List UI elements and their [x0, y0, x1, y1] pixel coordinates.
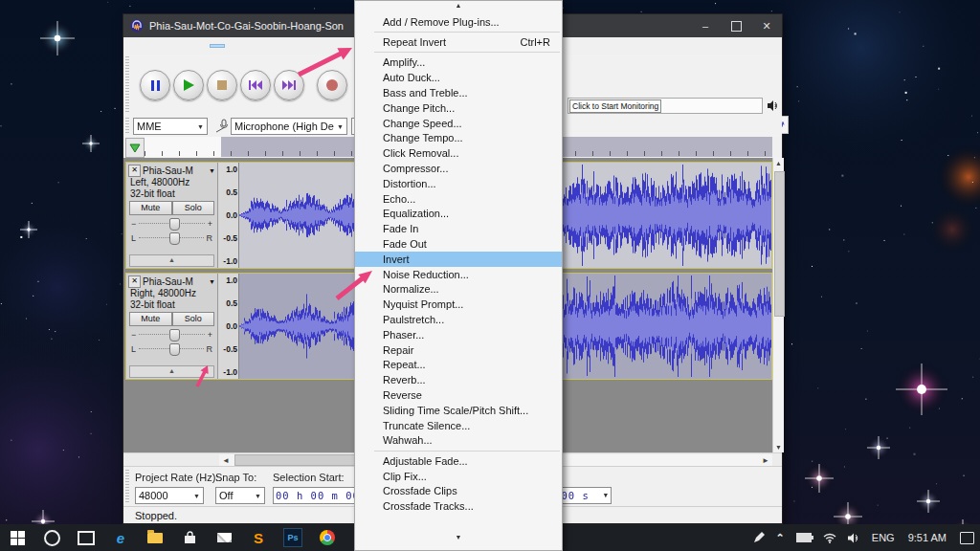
effect-menu-item[interactable]: Phaser...: [355, 327, 562, 342]
track-close-button[interactable]: ✕: [128, 165, 141, 177]
effect-menu-item[interactable]: Equalization...: [355, 207, 562, 222]
effect-menu-item[interactable]: Clip Fix...: [355, 469, 562, 484]
effect-menu-item[interactable]: Echo...: [355, 191, 562, 207]
effect-menu-item[interactable]: Compressor...: [355, 161, 562, 176]
maximize-button[interactable]: [721, 14, 751, 37]
vertical-scale-ruler[interactable]: 1.0 0.5 0.0 -0.5 -1.0: [218, 163, 239, 268]
play-button[interactable]: [173, 70, 204, 100]
pen-tray-icon[interactable]: [747, 524, 770, 551]
effect-menu-item[interactable]: Invert: [355, 252, 562, 267]
effect-menu-item[interactable]: Amplify...: [355, 55, 562, 71]
photoshop-button[interactable]: Ps: [276, 524, 310, 551]
solo-button[interactable]: Solo: [172, 312, 215, 326]
solo-button[interactable]: Solo: [172, 201, 215, 215]
skip-to-start-button[interactable]: [240, 70, 271, 100]
track-close-button[interactable]: ✕: [128, 276, 141, 288]
scroll-up-arrow[interactable]: ▲: [773, 160, 784, 166]
track-collapse-button[interactable]: ▲: [129, 254, 214, 267]
chrome-button[interactable]: [310, 524, 345, 551]
snap-to-select[interactable]: Off▼: [215, 487, 265, 504]
effect-menu-item[interactable]: Sliding Time Scale/Pitch Shift...: [355, 403, 562, 418]
start-button[interactable]: [0, 524, 34, 551]
gain-slider[interactable]: [139, 223, 204, 224]
effect-menu-item[interactable]: Fade In: [355, 221, 562, 236]
effect-menu-item[interactable]: Wahwah...: [355, 433, 562, 449]
stop-button[interactable]: [207, 70, 237, 100]
menu-item[interactable]: [167, 45, 181, 47]
gain-slider-thumb[interactable]: [169, 329, 180, 342]
effect-menu-item[interactable]: Fade Out: [355, 236, 562, 252]
track-control-panel[interactable]: ✕ Phia-Sau-M ▼ Left, 48000Hz 32-bit floa…: [126, 163, 218, 268]
gain-slider[interactable]: [139, 334, 204, 335]
timeline-options-button[interactable]: [125, 138, 145, 158]
effect-menu-item[interactable]: Adjustable Fade...: [355, 453, 562, 469]
effect-menu-item[interactable]: Crossfade Clips: [355, 483, 562, 498]
language-indicator[interactable]: ENG: [866, 524, 901, 551]
effect-menu-item[interactable]: Repair: [355, 342, 562, 358]
effect-menu-item[interactable]: Bass and Treble...: [355, 85, 562, 100]
effect-menu-item[interactable]: Repeat...: [355, 358, 562, 373]
minimize-button[interactable]: –: [690, 14, 721, 37]
clock[interactable]: 9:51 AM: [901, 524, 954, 551]
menu-item[interactable]: [153, 45, 167, 47]
menu-item[interactable]: [182, 45, 195, 47]
sublime-text-button[interactable]: S: [241, 524, 276, 551]
effect-menu-item[interactable]: Change Tempo...: [355, 131, 562, 146]
selection-toolbar-gripper[interactable]: [125, 470, 129, 504]
record-button[interactable]: [317, 70, 347, 100]
effect-menu-item[interactable]: Normalize...: [355, 282, 562, 298]
audio-host-select[interactable]: MME▼: [133, 118, 208, 135]
menu-item[interactable]: [139, 45, 152, 47]
toolbar-gripper[interactable]: [125, 56, 129, 114]
action-center-button[interactable]: [954, 524, 980, 551]
close-button[interactable]: ✕: [751, 14, 782, 37]
vertical-scrollbar-thumb[interactable]: [774, 171, 785, 317]
menu-item[interactable]: [124, 45, 138, 47]
pan-slider-thumb[interactable]: [169, 232, 180, 245]
mail-button[interactable]: [207, 524, 241, 551]
mute-button[interactable]: Mute: [129, 312, 172, 326]
vertical-scrollbar[interactable]: ▲ ▼: [772, 158, 784, 452]
vertical-scale-ruler[interactable]: 1.0 0.5 0.0 -0.5 -1.0: [218, 274, 239, 379]
effect-menu-item[interactable]: Paulstretch...: [355, 312, 562, 327]
scroll-right-arrow[interactable]: ►: [759, 456, 772, 465]
edge-button[interactable]: e: [103, 524, 138, 551]
task-view-button[interactable]: [69, 524, 103, 551]
effect-menu-item[interactable]: Add / Remove Plug-ins...: [355, 14, 562, 30]
effect-menu-item[interactable]: Truncate Silence...: [355, 418, 562, 433]
effect-menu-item[interactable]: Distortion...: [355, 176, 562, 191]
device-toolbar-gripper[interactable]: [125, 118, 129, 135]
store-button[interactable]: [172, 524, 207, 551]
track-menu-chevron-icon[interactable]: ▼: [209, 278, 215, 285]
effect-menu-item[interactable]: Nyquist Prompt...: [355, 297, 562, 312]
menu-item[interactable]: [211, 45, 224, 47]
menu-scroll-down-arrow[interactable]: ▼: [355, 534, 562, 547]
network-tray-icon[interactable]: [817, 524, 842, 551]
effect-menu-item[interactable]: Change Speed...: [355, 116, 562, 131]
tray-overflow-chevron[interactable]: ⌃: [770, 524, 791, 551]
effect-menu-item[interactable]: Noise Reduction...: [355, 267, 562, 282]
menu-scroll-up-arrow[interactable]: ▲: [355, 2, 562, 15]
track-control-panel[interactable]: ✕ Phia-Sau-M ▼ Right, 48000Hz 32-bit flo…: [126, 274, 218, 379]
pan-slider[interactable]: [139, 348, 203, 349]
effect-menu-item[interactable]: Reverse: [355, 387, 562, 403]
gain-slider-thumb[interactable]: [169, 218, 180, 231]
effect-menu-item[interactable]: Repeat Invert Ctrl+R: [355, 34, 562, 50]
effect-menu-item[interactable]: Crossfade Tracks...: [355, 498, 562, 514]
volume-tray-icon[interactable]: [842, 524, 866, 551]
skip-to-end-button[interactable]: [274, 70, 304, 100]
effect-menu-item[interactable]: Reverb...: [355, 372, 562, 387]
menu-item[interactable]: [196, 45, 210, 47]
track-menu-chevron-icon[interactable]: ▼: [209, 167, 215, 174]
pause-button[interactable]: [140, 70, 170, 100]
project-rate-select[interactable]: 48000▼: [135, 487, 204, 504]
scroll-down-arrow[interactable]: ▼: [773, 444, 784, 451]
recording-device-select[interactable]: Microphone (High Definitic▼: [231, 118, 347, 135]
pan-slider[interactable]: [139, 237, 203, 238]
file-explorer-button[interactable]: [138, 524, 172, 551]
cortana-button[interactable]: [34, 524, 69, 551]
scroll-left-arrow[interactable]: ◄: [219, 456, 233, 465]
battery-tray-icon[interactable]: [791, 524, 817, 551]
track-collapse-button[interactable]: ▲: [129, 365, 214, 378]
effect-menu-item[interactable]: Change Pitch...: [355, 100, 562, 116]
